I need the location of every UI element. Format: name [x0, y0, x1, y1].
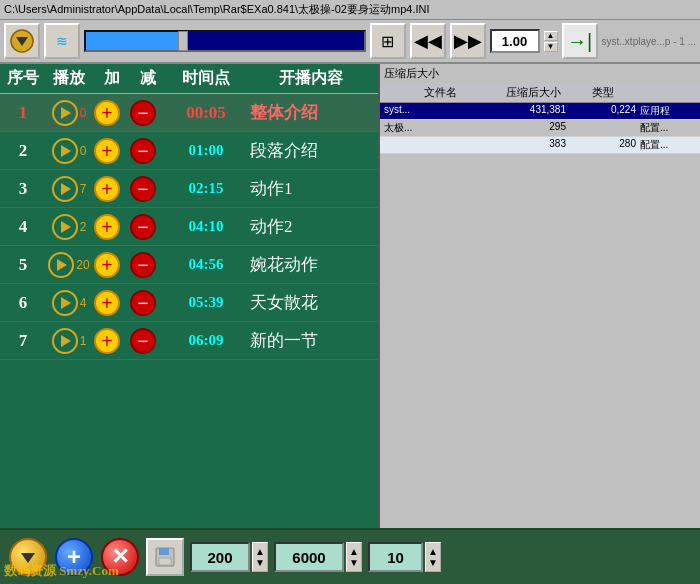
compress-size-label: 压缩后大小: [384, 66, 439, 81]
row-6-content: 天女散花: [246, 291, 376, 314]
row-6-num: 6: [2, 293, 44, 313]
minus-button-6[interactable]: −: [130, 290, 156, 316]
table-area: 序号 播放 加 减 时间点 开播内容 1 0 + − 00:05 整体介绍: [0, 64, 380, 528]
row-7-minus[interactable]: −: [130, 328, 166, 354]
svg-rect-4: [159, 548, 169, 555]
forward-button[interactable]: ▶▶: [450, 23, 486, 59]
file-name-3: [382, 138, 498, 152]
add-button-7[interactable]: +: [94, 328, 120, 354]
input-1[interactable]: [190, 542, 250, 572]
table-row[interactable]: 1 0 + − 00:05 整体介绍: [0, 94, 378, 132]
bottom-delete-button[interactable]: ✕: [100, 537, 140, 577]
row-2-num: 2: [2, 141, 44, 161]
svg-marker-2: [21, 553, 35, 563]
row-6-play[interactable]: 4: [44, 290, 94, 316]
input-1-arrows[interactable]: ▲ ▼: [252, 542, 268, 572]
add-button-5[interactable]: +: [94, 252, 120, 278]
file-size-3: 280: [568, 138, 638, 152]
add-button-1[interactable]: +: [94, 100, 120, 126]
row-7-play[interactable]: 1: [44, 328, 94, 354]
row-5-content: 婉花动作: [246, 253, 376, 276]
row-5-time: 04:56: [166, 256, 246, 273]
progress-bar[interactable]: [84, 30, 366, 52]
file-orig-2: 295: [498, 121, 568, 135]
file-list-header: 文件名 压缩后大小 类型: [380, 83, 700, 103]
input-3-arrows[interactable]: ▲ ▼: [425, 542, 441, 572]
row-4-add[interactable]: +: [94, 214, 130, 240]
col-header-play: 播放: [44, 68, 94, 89]
minus-button-4[interactable]: −: [130, 214, 156, 240]
input-group-2: ▲ ▼: [274, 542, 362, 572]
table-row[interactable]: 5 20 + − 04:56 婉花动作: [0, 246, 378, 284]
row-3-minus[interactable]: −: [130, 176, 166, 202]
row-1-content: 整体介绍: [246, 101, 376, 124]
minus-button-1[interactable]: −: [130, 100, 156, 126]
row-4-play[interactable]: 2: [44, 214, 94, 240]
input-2[interactable]: [274, 542, 344, 572]
row-1-add[interactable]: +: [94, 100, 130, 126]
bottom-save-button[interactable]: [146, 538, 184, 576]
row-2-play[interactable]: 0: [44, 138, 94, 164]
speed-down-btn[interactable]: ▼: [544, 42, 558, 52]
fth-name: 文件名: [382, 85, 498, 100]
row-2-add[interactable]: +: [94, 138, 130, 164]
file-list-row[interactable]: syst... 431,381 0,224 应用程: [380, 103, 700, 120]
file-path-display: syst..xtplaye...p - 1 ...: [602, 36, 696, 47]
exit-button[interactable]: →|: [562, 23, 598, 59]
speed-display: 1.00: [490, 29, 540, 53]
minus-button-5[interactable]: −: [130, 252, 156, 278]
add-button-2[interactable]: +: [94, 138, 120, 164]
waveform-icon: ≋: [44, 23, 80, 59]
minus-button-2[interactable]: −: [130, 138, 156, 164]
row-5-add[interactable]: +: [94, 252, 130, 278]
table-row[interactable]: 7 1 + − 06:09 新的一节: [0, 322, 378, 360]
add-button-3[interactable]: +: [94, 176, 120, 202]
row-7-add[interactable]: +: [94, 328, 130, 354]
table-row[interactable]: 3 7 + − 02:15 动作1: [0, 170, 378, 208]
blue-plus-icon[interactable]: +: [55, 538, 93, 576]
row-6-minus[interactable]: −: [130, 290, 166, 316]
add-button-6[interactable]: +: [94, 290, 120, 316]
row-6-add[interactable]: +: [94, 290, 130, 316]
row-1-play[interactable]: 0: [44, 100, 94, 126]
down-button[interactable]: [4, 23, 40, 59]
row-4-time: 04:10: [166, 218, 246, 235]
file-list-row[interactable]: 太极... 295 配置...: [380, 120, 700, 137]
settings-button[interactable]: ⊞: [370, 23, 406, 59]
minus-button-3[interactable]: −: [130, 176, 156, 202]
row-7-num: 7: [2, 331, 44, 351]
gold-down-icon[interactable]: [9, 538, 47, 576]
file-list-row[interactable]: 383 280 配置...: [380, 137, 700, 154]
row-5-num: 5: [2, 255, 44, 275]
red-x-icon[interactable]: ✕: [101, 538, 139, 576]
speed-up-btn[interactable]: ▲: [544, 31, 558, 41]
row-2-content: 段落介绍: [246, 139, 376, 162]
file-type-1: 应用程: [638, 104, 698, 118]
title-bar: C:\Users\Administrator\AppData\Local\Tem…: [0, 0, 700, 20]
toolbar: ≋ ⊞ ◀◀ ▶▶ 1.00 ▲ ▼ →| syst..xtplaye...p …: [0, 20, 700, 64]
input-2-arrows[interactable]: ▲ ▼: [346, 542, 362, 572]
table-row[interactable]: 4 2 + − 04:10 动作2: [0, 208, 378, 246]
row-2-minus[interactable]: −: [130, 138, 166, 164]
col-header-add: 加: [94, 68, 130, 89]
rewind-button[interactable]: ◀◀: [410, 23, 446, 59]
row-7-content: 新的一节: [246, 329, 376, 352]
row-4-minus[interactable]: −: [130, 214, 166, 240]
table-row[interactable]: 6 4 + − 05:39 天女散花: [0, 284, 378, 322]
row-5-minus[interactable]: −: [130, 252, 166, 278]
bottom-add-button[interactable]: +: [54, 537, 94, 577]
row-3-play[interactable]: 7: [44, 176, 94, 202]
row-1-time: 00:05: [166, 103, 246, 123]
col-header-content: 开播内容: [246, 68, 376, 89]
minus-button-7[interactable]: −: [130, 328, 156, 354]
title-text: C:\Users\Administrator\AppData\Local\Tem…: [4, 2, 430, 17]
row-1-minus[interactable]: −: [130, 100, 166, 126]
row-5-play[interactable]: 20: [44, 252, 94, 278]
table-row[interactable]: 2 0 + − 01:00 段落介绍: [0, 132, 378, 170]
add-button-4[interactable]: +: [94, 214, 120, 240]
row-3-add[interactable]: +: [94, 176, 130, 202]
right-panel: 压缩后大小 文件名 压缩后大小 类型 syst... 431,381 0,224…: [380, 64, 700, 528]
main-content: 序号 播放 加 减 时间点 开播内容 1 0 + − 00:05 整体介绍: [0, 64, 700, 528]
input-3[interactable]: [368, 542, 423, 572]
bottom-down-button[interactable]: [8, 537, 48, 577]
